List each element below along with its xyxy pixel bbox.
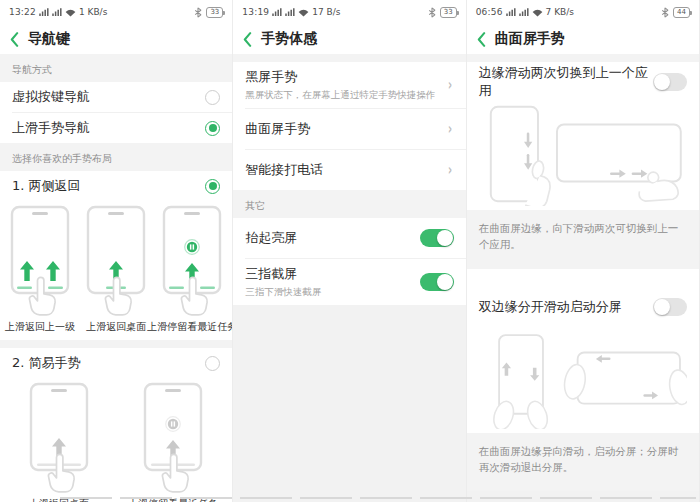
phone-gesture-icon xyxy=(160,205,224,319)
status-time: 06:56 xyxy=(476,7,503,17)
bluetooth-icon xyxy=(661,7,669,18)
wifi-icon xyxy=(65,8,76,17)
back-icon[interactable] xyxy=(243,32,252,47)
item-subtitle: 三指下滑快速截屏 xyxy=(245,286,321,299)
screenshot-strip: 13:22 1 KB/s 33 导航键 导航方式 虚拟按键导航 上滑手势导 xyxy=(0,0,700,502)
section-gap xyxy=(467,54,699,62)
figure-swipe-home: 上滑返回桌面 xyxy=(78,205,153,334)
phone-gesture-icon xyxy=(8,205,72,319)
page-title: 导航键 xyxy=(28,30,70,48)
figure-caption: 上滑返回桌面 xyxy=(86,320,146,334)
item-label: 黑屏手势 xyxy=(245,68,435,86)
item-label: 边缘滑动两次切换到上一个应用 xyxy=(479,64,653,100)
item-curved-screen-gestures[interactable]: 曲面屏手势 › xyxy=(233,109,465,149)
item-label: 智能接打电话 xyxy=(245,161,323,179)
bluetooth-icon xyxy=(428,7,436,18)
item-label: 双边缘分开滑动启动分屏 xyxy=(479,298,622,316)
radio-both-sides[interactable] xyxy=(205,179,220,194)
signal-icon xyxy=(272,7,282,17)
phone-gesture-icon xyxy=(141,382,205,496)
status-bar: 06:56 7 KB/s 44 xyxy=(467,0,699,24)
item-raise-to-wake[interactable]: 抬起亮屏 xyxy=(233,218,465,258)
section-header-nav-mode: 导航方式 xyxy=(0,54,232,82)
item-dual-edge-split-screen[interactable]: 双边缘分开滑动启动分屏 xyxy=(467,287,699,327)
section-header-other: 其它 xyxy=(233,190,465,218)
signal-icon xyxy=(39,7,49,17)
radio-simple[interactable] xyxy=(205,356,220,371)
option-swipe-gestures[interactable]: 上滑手势导航 xyxy=(0,113,232,143)
radio-virtual-buttons[interactable] xyxy=(205,90,220,105)
battery-indicator: 33 xyxy=(206,7,223,18)
option-label: 上滑手势导航 xyxy=(12,119,90,137)
item-three-finger-screenshot[interactable]: 三指截屏 三指下滑快速截屏 xyxy=(233,259,465,305)
panel-curved-screen-gestures: 06:56 7 KB/s 44 曲面屏手势 边缘滑动两次切换到上一个应用 xyxy=(467,0,700,502)
app-header: 手势体感 xyxy=(233,24,465,54)
chevron-right-icon: › xyxy=(449,78,453,93)
item-edge-swipe-switch-app[interactable]: 边缘滑动两次切换到上一个应用 xyxy=(467,62,699,102)
item-black-screen-gestures[interactable]: 黑屏手势 黑屏状态下，在屏幕上通过特定手势快捷操作 › xyxy=(233,62,465,108)
panel-gestures-motions: 13:19 17 B/s 33 手势体感 黑屏手势 黑屏状态下，在屏幕上通过特定… xyxy=(233,0,466,502)
gesture-illustrations-row1: 上滑返回上一级 上滑返回桌面 xyxy=(0,201,232,340)
split-screen-illustrations xyxy=(467,327,699,433)
figure-caption: 上滑返回上一级 xyxy=(5,320,75,334)
phone-landscape-split-icon xyxy=(563,330,687,428)
edge-swipe-illustrations xyxy=(467,102,699,210)
phone-portrait-edge-swipe-icon xyxy=(479,104,556,206)
layout-option-both-sides[interactable]: 1. 两侧返回 xyxy=(0,171,232,201)
status-bar: 13:19 17 B/s 33 xyxy=(233,0,465,24)
net-speed: 1 KB/s xyxy=(79,7,107,17)
bluetooth-icon xyxy=(194,7,202,18)
section-gap xyxy=(0,340,232,348)
item-label: 抬起亮屏 xyxy=(245,229,297,247)
toggle-edge-swipe-switch-app[interactable] xyxy=(653,73,687,91)
white-gap xyxy=(467,269,699,287)
phone-landscape-edge-swipe-icon xyxy=(555,108,687,202)
figure-swipe-home-gray: 上滑返回桌面 xyxy=(5,382,112,502)
item-label: 三指截屏 xyxy=(245,265,321,283)
layout-option-simple[interactable]: 2. 简易手势 xyxy=(0,348,232,378)
item-subtitle: 黑屏状态下，在屏幕上通过特定手势快捷操作 xyxy=(245,89,435,102)
signal-icon xyxy=(285,7,295,17)
gesture-illustrations-row2: 上滑返回桌面 上滑停留看最近任务 xyxy=(0,378,232,502)
app-header: 导航键 xyxy=(0,24,232,54)
bottom-dashed-line xyxy=(60,497,696,499)
feature-caption: 在曲面屏边缘，向下滑动两次可切换到上一个应用。 xyxy=(467,210,699,269)
option-virtual-buttons[interactable]: 虚拟按键导航 xyxy=(0,82,232,112)
item-label: 曲面屏手势 xyxy=(245,120,310,138)
net-speed: 17 B/s xyxy=(312,7,340,17)
wifi-icon xyxy=(298,8,309,17)
option-label: 虚拟按键导航 xyxy=(12,88,90,106)
back-icon[interactable] xyxy=(10,32,19,47)
phone-gesture-icon xyxy=(84,205,148,319)
battery-indicator: 44 xyxy=(673,7,690,18)
page-title: 曲面屏手势 xyxy=(495,30,565,48)
figure-swipe-recents: 上滑停留看最近任务 xyxy=(155,205,230,334)
status-bar: 13:22 1 KB/s 33 xyxy=(0,0,232,24)
page-title: 手势体感 xyxy=(261,30,317,48)
item-smart-calls[interactable]: 智能接打电话 › xyxy=(233,150,465,190)
status-time: 13:22 xyxy=(9,7,36,17)
layout-label: 1. 两侧返回 xyxy=(12,177,81,195)
battery-indicator: 33 xyxy=(440,7,457,18)
figure-swipe-back: 上滑返回上一级 xyxy=(2,205,77,334)
toggle-dual-edge-split-screen[interactable] xyxy=(653,298,687,316)
feature-caption: 在曲面屏边缘异向滑动，启动分屏；分屏时再次滑动退出分屏。 xyxy=(467,433,699,492)
wifi-icon xyxy=(532,8,543,17)
layout-label: 2. 简易手势 xyxy=(12,354,81,372)
back-icon[interactable] xyxy=(477,32,486,47)
section-header-layout: 选择你喜欢的手势布局 xyxy=(0,143,232,171)
signal-icon xyxy=(519,7,529,17)
signal-icon xyxy=(52,7,62,17)
chevron-right-icon: › xyxy=(449,122,453,137)
net-speed: 7 KB/s xyxy=(546,7,574,17)
figure-swipe-recents-gray: 上滑停留看最近任务 xyxy=(120,382,227,502)
empty-area xyxy=(233,305,465,502)
panel-navigation-keys: 13:22 1 KB/s 33 导航键 导航方式 虚拟按键导航 上滑手势导 xyxy=(0,0,233,502)
radio-swipe-gestures[interactable] xyxy=(205,121,220,136)
figure-caption: 上滑停留看最近任务 xyxy=(147,320,233,334)
toggle-raise-to-wake[interactable] xyxy=(420,229,454,247)
toggle-three-finger-screenshot[interactable] xyxy=(420,273,454,291)
phone-portrait-split-icon xyxy=(479,329,563,429)
signal-icon xyxy=(506,7,516,17)
phone-gesture-icon xyxy=(27,382,91,496)
